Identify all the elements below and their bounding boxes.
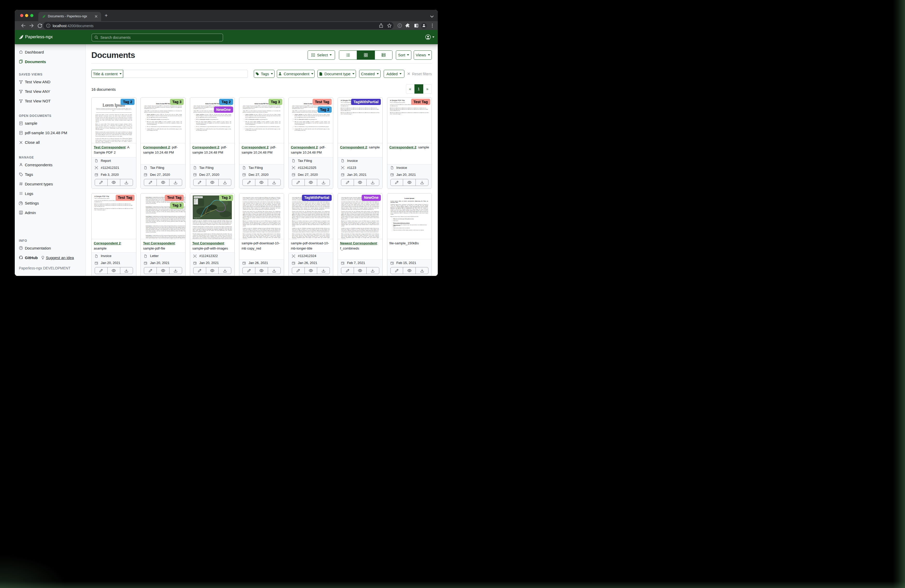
svg-text:Legend: Legend	[194, 199, 197, 200]
svg-text:Boundary Waters Trip: Boundary Waters Trip	[194, 197, 205, 198]
svg-text:■ Day3: ■ Day3	[194, 202, 196, 202]
svg-text:■ Day1: ■ Day1	[194, 200, 196, 201]
svg-text:■ Day2: ■ Day2	[194, 201, 196, 201]
svg-text:■ Day4: ■ Day4	[194, 203, 196, 203]
svg-text:Google Earth: Google Earth	[194, 217, 200, 218]
